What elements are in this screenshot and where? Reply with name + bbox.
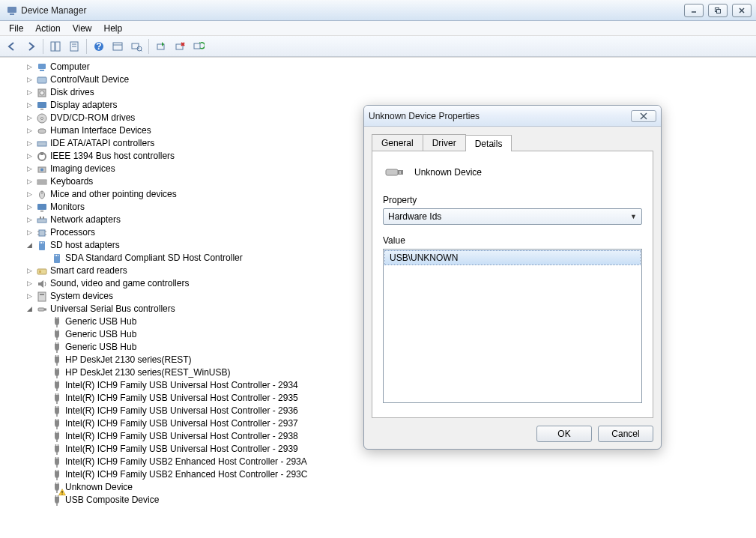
expander-icon[interactable]: ▷ xyxy=(25,114,34,122)
svg-rect-8 xyxy=(55,42,60,51)
svg-text:?: ? xyxy=(96,41,101,52)
svg-rect-60 xyxy=(56,255,57,256)
properties-dialog: Unknown Device Properties General Driver… xyxy=(363,105,662,450)
minimize-button[interactable] xyxy=(684,4,704,17)
expander-icon[interactable]: ▷ xyxy=(25,267,34,275)
tree-item[interactable]: ▷Intel(R) ICH9 Family USB2 Enhanced Host… xyxy=(0,468,756,481)
expander-icon[interactable]: ▷ xyxy=(25,88,34,97)
tree-item[interactable]: ▷ControlVault Device xyxy=(0,73,756,86)
expander-icon[interactable]: ▷ xyxy=(25,101,34,109)
svg-rect-47 xyxy=(40,217,41,219)
expander-icon[interactable]: ▷ xyxy=(25,63,34,71)
tree-item-label: SD host adapters xyxy=(50,239,120,252)
menubar: File Action View Help xyxy=(0,21,756,36)
tree-item-label: Generic USB Hub xyxy=(65,328,136,341)
tree-item-label: Keyboards xyxy=(50,175,93,188)
action-button[interactable] xyxy=(109,37,127,55)
tree-item-label: Mice and other pointing devices xyxy=(50,188,177,201)
usb-icon xyxy=(36,303,48,315)
tree-item-label: HP DeskJet 2130 series(REST) xyxy=(65,354,192,366)
pc-icon xyxy=(36,61,48,73)
tree-item-label: Disk drives xyxy=(50,86,94,99)
scan-hardware-button[interactable] xyxy=(190,37,208,55)
expander-icon[interactable]: ▷ xyxy=(25,292,34,300)
back-button[interactable] xyxy=(3,37,21,55)
display-icon xyxy=(36,100,48,112)
expander-icon[interactable]: ▷ xyxy=(25,279,34,288)
mouse-icon xyxy=(36,189,48,201)
usb-plug-icon xyxy=(51,469,63,481)
tree-item[interactable]: ▷Unknown Device xyxy=(0,481,756,494)
expander-icon[interactable]: ▷ xyxy=(25,139,34,148)
1394-icon xyxy=(36,151,48,163)
tree-item-label: Human Interface Devices xyxy=(50,124,151,137)
svg-rect-25 xyxy=(40,70,44,71)
tree-item-label: Intel(R) ICH9 Family USB Universal Host … xyxy=(65,443,298,456)
expander-icon[interactable]: ▷ xyxy=(25,203,34,211)
window-title: Device Manager xyxy=(21,5,684,16)
usb-plug-icon xyxy=(51,367,63,379)
tree-item-label: Intel(R) ICH9 Family USB Universal Host … xyxy=(65,405,298,417)
properties-button[interactable] xyxy=(65,37,83,55)
svg-rect-26 xyxy=(37,77,46,83)
expander-icon[interactable]: ▷ xyxy=(25,216,34,224)
maximize-button[interactable] xyxy=(708,4,728,17)
app-icon xyxy=(6,4,18,16)
svg-rect-30 xyxy=(40,109,43,110)
svg-rect-34 xyxy=(37,142,46,146)
update-driver-button[interactable] xyxy=(152,37,170,55)
tree-item-label: Intel(R) ICH9 Family USB Universal Host … xyxy=(65,392,298,405)
svg-rect-33 xyxy=(38,129,46,133)
tree-item-label: Sound, video and game controllers xyxy=(50,277,189,290)
tree-item[interactable]: ▷Intel(R) ICH9 Family USB2 Enhanced Host… xyxy=(0,456,756,468)
tree-item-label: Display adapters xyxy=(50,99,117,112)
svg-rect-45 xyxy=(40,211,43,212)
menu-file[interactable]: File xyxy=(3,22,29,35)
expander-icon[interactable]: ◢ xyxy=(25,241,34,250)
svg-point-32 xyxy=(41,117,43,119)
forward-button[interactable] xyxy=(22,37,40,55)
monitor-icon xyxy=(36,202,48,214)
tree-item-label: Smart card readers xyxy=(50,265,127,277)
svg-rect-7 xyxy=(51,42,55,51)
menu-help[interactable]: Help xyxy=(98,22,129,35)
tree-item[interactable]: ▷USB Composite Device xyxy=(0,494,756,507)
keyboard-icon xyxy=(36,176,48,188)
expander-icon[interactable]: ▷ xyxy=(25,165,34,173)
property-combobox[interactable]: Hardware Ids ▼ xyxy=(383,208,642,225)
menu-action[interactable]: Action xyxy=(29,22,66,35)
svg-rect-119 xyxy=(399,172,401,172)
expander-icon[interactable]: ▷ xyxy=(25,178,34,186)
close-button[interactable] xyxy=(732,4,752,17)
tab-driver[interactable]: Driver xyxy=(423,134,466,151)
tree-item-label: Intel(R) ICH9 Family USB Universal Host … xyxy=(65,430,298,443)
show-hide-tree-button[interactable] xyxy=(46,37,64,55)
uninstall-button[interactable] xyxy=(171,37,189,55)
tree-item-label: Generic USB Hub xyxy=(65,315,136,328)
help-button[interactable]: ? xyxy=(90,37,108,55)
value-listbox[interactable]: USB\UNKNOWN xyxy=(383,249,642,403)
tree-item[interactable]: ▷Disk drives xyxy=(0,86,756,99)
dialog-title: Unknown Device Properties xyxy=(369,111,631,121)
expander-icon[interactable]: ▷ xyxy=(25,127,34,135)
svg-rect-46 xyxy=(37,219,46,223)
dialog-close-button[interactable] xyxy=(631,110,656,122)
scan-button[interactable] xyxy=(127,37,145,55)
expander-icon[interactable]: ▷ xyxy=(25,229,34,237)
tree-item-label: Intel(R) ICH9 Family USB Universal Host … xyxy=(65,417,298,430)
tree-item-label: Processors xyxy=(50,226,95,239)
tree-item[interactable]: ▷Computer xyxy=(0,61,756,73)
expander-icon[interactable]: ▷ xyxy=(25,76,34,84)
svg-rect-23 xyxy=(194,43,200,49)
value-item[interactable]: USB\UNKNOWN xyxy=(384,250,641,265)
tab-details[interactable]: Details xyxy=(465,135,512,151)
svg-point-28 xyxy=(40,91,44,95)
warning-icon xyxy=(51,482,63,494)
expander-icon[interactable]: ◢ xyxy=(25,305,34,313)
tab-general[interactable]: General xyxy=(372,134,423,151)
ok-button[interactable]: OK xyxy=(536,426,592,442)
expander-icon[interactable]: ▷ xyxy=(25,152,34,160)
menu-view[interactable]: View xyxy=(67,22,98,35)
expander-icon[interactable]: ▷ xyxy=(25,190,34,199)
cancel-button[interactable]: Cancel xyxy=(598,426,653,442)
